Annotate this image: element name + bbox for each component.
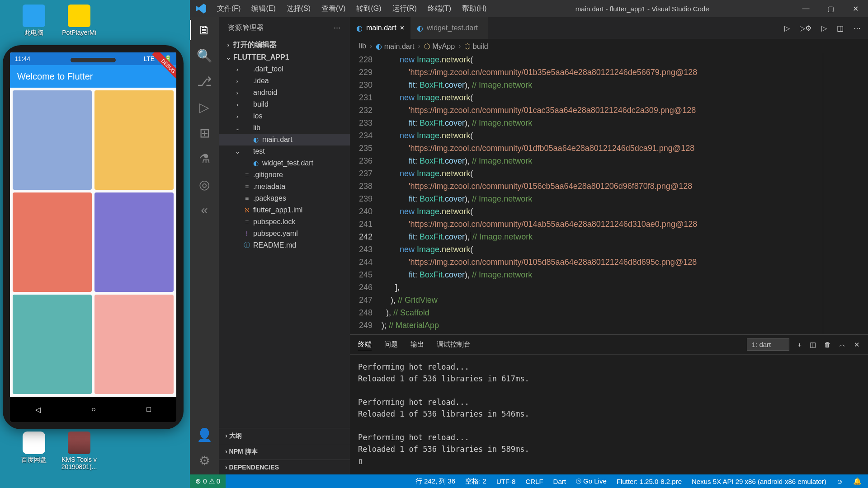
grid-cell[interactable] [13,90,92,190]
code-content[interactable]: new Image.network( 'https://img.zcool.cn… [382,53,823,334]
tree-item[interactable]: ◐widget_test.dart [219,157,350,169]
desktop-icon-kms[interactable]: KMS Tools v 20190801(... [59,432,99,470]
menu-item[interactable]: 选择(S) [282,1,315,16]
status-problems[interactable]: ⊗ 0 ⚠ 0 [190,474,226,488]
tree-item[interactable]: ≡.packages [219,192,350,204]
tree-item[interactable]: ≡pubspec.lock [219,216,350,228]
file-tree[interactable]: ›打开的编辑器 ⌄FLUTTER_APP1 ›.dart_tool›.idea›… [219,38,350,428]
panel-close-icon[interactable]: ✕ [854,341,860,349]
panel-tab[interactable]: 输出 [410,340,424,348]
vscode-window: 文件(F)编辑(E)选择(S)查看(V)转到(G)运行(R)终端(T)帮助(H)… [190,0,868,488]
tree-item[interactable]: ›ios [219,110,350,122]
tree-item[interactable]: ≡.gitignore [219,169,350,181]
tree-item[interactable]: ›.idea [219,75,350,87]
tree-item[interactable]: ◐main.dart [219,134,350,145]
status-eol[interactable]: CRLF [525,478,543,485]
minimize-button[interactable]: — [793,1,818,17]
panel-tab[interactable]: 终端 [358,340,372,350]
phone-image-grid[interactable] [10,88,176,397]
sidebar-section[interactable]: › 大纲 [219,428,350,444]
account-icon[interactable]: 👤 [197,427,212,442]
project-root[interactable]: ⌄FLUTTER_APP1 [219,52,350,63]
code-editor[interactable]: 2282292302312322332342352362372382392402… [350,53,868,334]
sidebar-section[interactable]: › DEPENDENCIES [219,460,350,474]
status-bell-icon[interactable]: 🔔 [853,477,862,485]
terminal-output[interactable]: Performing hot reload... Reloaded 1 of 5… [350,355,868,474]
menu-item[interactable]: 转到(G) [352,1,386,16]
phone-navbar[interactable]: ◁ ○ □ [10,397,176,422]
sidebar-section[interactable]: › NPM 脚本 [219,444,350,460]
tree-item[interactable]: ›build [219,99,350,110]
breadcrumb-item[interactable]: ⬡ build [464,42,488,51]
kms-icon [68,432,90,454]
desktop-icon-potplayer[interactable]: PotPlayerMi [59,5,99,36]
run-debug-icon[interactable]: ▷ [199,100,209,115]
tree-item[interactable]: ⓘREADME.md [219,239,350,251]
close-button[interactable]: ✕ [843,1,868,17]
more-icon[interactable]: ⋯ [334,23,341,32]
status-language[interactable]: Dart [553,478,566,485]
editor-tab[interactable]: ◐main.dart× [350,17,410,39]
panel-tab[interactable]: 调试控制台 [437,340,471,348]
recents-icon[interactable]: □ [146,405,151,413]
panel-collapse-icon[interactable]: ︿ [839,340,846,349]
editor-tab[interactable]: ◐widget_test.dart [410,17,488,39]
panel-tab[interactable]: 问题 [384,340,398,348]
new-terminal-icon[interactable]: + [797,341,802,348]
breadcrumb-item[interactable]: ⬡ MyApp [424,42,455,51]
menu-item[interactable]: 编辑(E) [247,1,280,16]
split-terminal-icon[interactable]: ◫ [810,341,816,349]
grid-cell[interactable] [13,192,92,292]
home-icon[interactable]: ○ [91,405,96,413]
grid-cell[interactable] [94,192,174,292]
tree-item[interactable]: ›android [219,87,350,99]
status-encoding[interactable]: UTF-8 [496,478,516,485]
open-editors-section[interactable]: ›打开的编辑器 [219,38,350,52]
maximize-button[interactable]: ▢ [818,1,843,17]
split-editor-icon[interactable]: ◫ [837,24,844,33]
kill-terminal-icon[interactable]: 🗑 [824,341,831,348]
status-cursor[interactable]: 行 242, 列 36 [415,477,455,486]
grid-cell[interactable] [13,295,92,394]
run-icon[interactable]: ▷ [784,24,790,33]
target-icon[interactable]: ◎ [199,177,210,192]
grid-cell[interactable] [94,295,174,394]
status-feedback-icon[interactable]: ☺ [836,478,843,485]
desktop-icon-this-pc[interactable]: 此电脑 [14,5,54,37]
menu-item[interactable]: 文件(F) [212,1,245,16]
debug-run-icon[interactable]: ▷⚙ [800,24,811,33]
minimap[interactable] [823,53,868,334]
titlebar[interactable]: 文件(F)编辑(E)选择(S)查看(V)转到(G)运行(R)终端(T)帮助(H)… [190,0,868,17]
tree-item[interactable]: ›.dart_tool [219,63,350,75]
tree-item[interactable]: ⌄lib [219,122,350,134]
status-indent[interactable]: 空格: 2 [465,477,486,486]
tree-item[interactable]: !pubspec.yaml [219,228,350,239]
tree-item[interactable]: ⌄test [219,145,350,157]
tree-item[interactable]: ≡.metadata [219,181,350,192]
breadcrumb-item[interactable]: ◐ main.dart [376,42,414,51]
menu-item[interactable]: 查看(V) [317,1,350,16]
hot-reload-icon[interactable]: ▷ [821,24,827,33]
status-golive[interactable]: ⦾ Go Live [576,477,607,485]
extensions-icon[interactable]: ⊞ [199,126,210,141]
search-icon[interactable]: 🔍 [197,48,212,63]
breadcrumb-item[interactable]: lib [359,42,366,50]
desktop-icon-baidu[interactable]: 百度网盘 [14,432,54,464]
terminal-select[interactable]: 1: dart [747,338,790,351]
test-icon[interactable]: ⚗ [199,151,210,166]
breadcrumb[interactable]: lib›◐ main.dart›⬡ MyApp›⬡ build [350,39,868,53]
status-flutter[interactable]: Flutter: 1.25.0-8.2.pre [617,478,682,485]
status-device[interactable]: Nexus 5X API 29 x86 (android-x86 emulato… [692,478,826,485]
source-control-icon[interactable]: ⎇ [197,74,212,89]
more-actions-icon[interactable]: ⋯ [854,24,861,33]
tree-item[interactable]: ℵflutter_app1.iml [219,204,350,216]
settings-gear-icon[interactable]: ⚙ [199,453,210,468]
back-icon[interactable]: ◁ [35,405,41,414]
flutter-icon[interactable]: « [201,203,208,217]
grid-cell[interactable] [94,90,174,190]
explorer-icon[interactable]: 🗎 [198,23,211,38]
menu-item[interactable]: 终端(T) [423,1,456,16]
android-emulator[interactable]: 11:44 LTE ⚡🔋 Welcome to Flutter DEBUG ◁ … [3,45,184,429]
menu-item[interactable]: 运行(R) [388,1,421,16]
menu-item[interactable]: 帮助(H) [458,1,491,16]
